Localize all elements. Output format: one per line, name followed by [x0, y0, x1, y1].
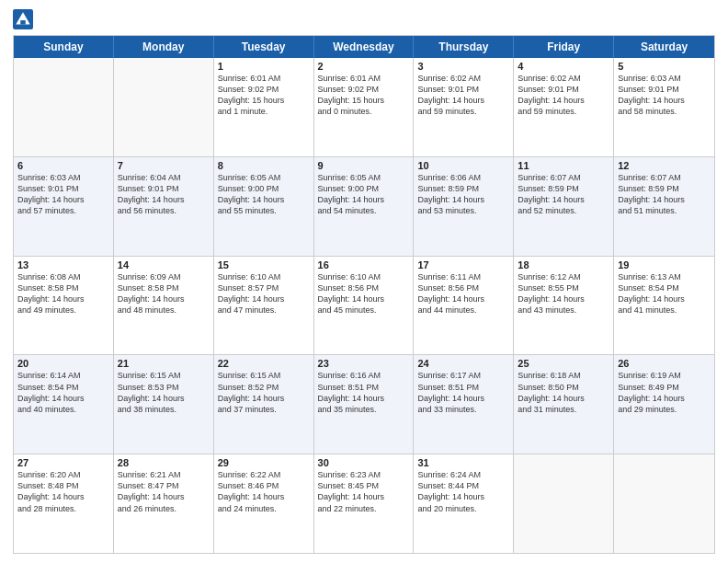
day-number: 18: [518, 259, 609, 270]
cell-info: Sunrise: 6:16 AM Sunset: 8:51 PM Dayligh…: [318, 371, 385, 413]
cell-info: Sunrise: 6:21 AM Sunset: 8:47 PM Dayligh…: [118, 470, 185, 512]
header-day-tuesday: Tuesday: [214, 36, 314, 58]
day-number: 28: [118, 457, 210, 468]
day-number: 16: [318, 259, 410, 270]
header-day-thursday: Thursday: [414, 36, 514, 58]
cell-info: Sunrise: 6:02 AM Sunset: 9:01 PM Dayligh…: [518, 74, 585, 116]
cell-info: Sunrise: 6:15 AM Sunset: 8:53 PM Dayligh…: [118, 371, 185, 413]
cell-info: Sunrise: 6:12 AM Sunset: 8:55 PM Dayligh…: [518, 272, 585, 315]
cell-info: Sunrise: 6:09 AM Sunset: 8:58 PM Dayligh…: [118, 272, 185, 315]
header-day-wednesday: Wednesday: [314, 36, 415, 58]
day-number: 11: [518, 160, 609, 171]
calendar-cell: 20Sunrise: 6:14 AM Sunset: 8:54 PM Dayli…: [14, 355, 114, 454]
calendar-cell: 2Sunrise: 6:01 AM Sunset: 9:02 PM Daylig…: [314, 58, 415, 156]
day-number: 12: [618, 160, 711, 171]
day-number: 26: [618, 358, 711, 369]
calendar-cell: 11Sunrise: 6:07 AM Sunset: 8:59 PM Dayli…: [514, 157, 614, 256]
calendar-cell: 22Sunrise: 6:15 AM Sunset: 8:52 PM Dayli…: [214, 355, 314, 454]
day-number: 10: [417, 160, 509, 171]
cell-info: Sunrise: 6:10 AM Sunset: 8:57 PM Dayligh…: [218, 272, 285, 315]
day-number: 23: [318, 358, 410, 369]
calendar-row: 6Sunrise: 6:03 AM Sunset: 9:01 PM Daylig…: [14, 157, 714, 257]
cell-info: Sunrise: 6:07 AM Sunset: 8:59 PM Dayligh…: [618, 173, 685, 215]
calendar-cell: 29Sunrise: 6:22 AM Sunset: 8:46 PM Dayli…: [214, 454, 314, 553]
day-number: 27: [17, 457, 109, 468]
day-number: 31: [417, 457, 509, 468]
cell-info: Sunrise: 6:05 AM Sunset: 9:00 PM Dayligh…: [218, 173, 285, 215]
day-number: 21: [118, 358, 210, 369]
calendar-cell: [114, 58, 214, 156]
calendar-cell: 10Sunrise: 6:06 AM Sunset: 8:59 PM Dayli…: [414, 157, 514, 256]
day-number: 30: [318, 457, 410, 468]
cell-info: Sunrise: 6:18 AM Sunset: 8:50 PM Dayligh…: [518, 371, 585, 413]
calendar-cell: 19Sunrise: 6:13 AM Sunset: 8:54 PM Dayli…: [614, 257, 714, 355]
day-number: 4: [518, 61, 609, 72]
day-number: 8: [218, 160, 310, 171]
header-day-monday: Monday: [114, 36, 214, 58]
generalblue-icon: [13, 9, 33, 29]
calendar-cell: 30Sunrise: 6:23 AM Sunset: 8:45 PM Dayli…: [314, 454, 415, 553]
cell-info: Sunrise: 6:03 AM Sunset: 9:01 PM Dayligh…: [17, 173, 85, 215]
calendar-cell: 6Sunrise: 6:03 AM Sunset: 9:01 PM Daylig…: [14, 157, 114, 256]
calendar-cell: 24Sunrise: 6:17 AM Sunset: 8:51 PM Dayli…: [414, 355, 514, 454]
day-number: 14: [118, 259, 210, 270]
calendar-cell: 1Sunrise: 6:01 AM Sunset: 9:02 PM Daylig…: [214, 58, 314, 156]
calendar-cell: 5Sunrise: 6:03 AM Sunset: 9:01 PM Daylig…: [614, 58, 714, 156]
calendar-cell: [14, 58, 114, 156]
cell-info: Sunrise: 6:13 AM Sunset: 8:54 PM Dayligh…: [618, 272, 685, 315]
day-number: 5: [618, 61, 711, 72]
calendar-cell: [514, 454, 614, 553]
day-number: 13: [17, 259, 109, 270]
cell-info: Sunrise: 6:03 AM Sunset: 9:01 PM Dayligh…: [618, 74, 685, 116]
day-number: 24: [417, 358, 509, 369]
calendar-cell: 17Sunrise: 6:11 AM Sunset: 8:56 PM Dayli…: [414, 257, 514, 355]
calendar-cell: 3Sunrise: 6:02 AM Sunset: 9:01 PM Daylig…: [414, 58, 514, 156]
day-number: 6: [17, 160, 109, 171]
cell-info: Sunrise: 6:20 AM Sunset: 8:48 PM Dayligh…: [17, 470, 85, 512]
cell-info: Sunrise: 6:05 AM Sunset: 9:00 PM Dayligh…: [318, 173, 385, 215]
header: [13, 9, 715, 29]
cell-info: Sunrise: 6:19 AM Sunset: 8:49 PM Dayligh…: [618, 371, 685, 413]
day-number: 9: [318, 160, 410, 171]
day-number: 15: [218, 259, 310, 270]
cell-info: Sunrise: 6:15 AM Sunset: 8:52 PM Dayligh…: [218, 371, 285, 413]
cell-info: Sunrise: 6:22 AM Sunset: 8:46 PM Dayligh…: [218, 470, 285, 512]
calendar-cell: 31Sunrise: 6:24 AM Sunset: 8:44 PM Dayli…: [414, 454, 514, 553]
calendar-cell: 7Sunrise: 6:04 AM Sunset: 9:01 PM Daylig…: [114, 157, 214, 256]
calendar-cell: 25Sunrise: 6:18 AM Sunset: 8:50 PM Dayli…: [514, 355, 614, 454]
cell-info: Sunrise: 6:07 AM Sunset: 8:59 PM Dayligh…: [518, 173, 585, 215]
calendar-cell: 18Sunrise: 6:12 AM Sunset: 8:55 PM Dayli…: [514, 257, 614, 355]
cell-info: Sunrise: 6:10 AM Sunset: 8:56 PM Dayligh…: [318, 272, 385, 315]
calendar-cell: 12Sunrise: 6:07 AM Sunset: 8:59 PM Dayli…: [614, 157, 714, 256]
day-number: 25: [518, 358, 609, 369]
calendar: SundayMondayTuesdayWednesdayThursdayFrid…: [13, 35, 715, 554]
cell-info: Sunrise: 6:06 AM Sunset: 8:59 PM Dayligh…: [417, 173, 484, 215]
cell-info: Sunrise: 6:14 AM Sunset: 8:54 PM Dayligh…: [17, 371, 85, 413]
calendar-cell: 16Sunrise: 6:10 AM Sunset: 8:56 PM Dayli…: [314, 257, 415, 355]
cell-info: Sunrise: 6:04 AM Sunset: 9:01 PM Dayligh…: [118, 173, 185, 215]
calendar-cell: 28Sunrise: 6:21 AM Sunset: 8:47 PM Dayli…: [114, 454, 214, 553]
calendar-cell: 23Sunrise: 6:16 AM Sunset: 8:51 PM Dayli…: [314, 355, 415, 454]
day-number: 29: [218, 457, 310, 468]
header-day-friday: Friday: [514, 36, 614, 58]
calendar-cell: 9Sunrise: 6:05 AM Sunset: 9:00 PM Daylig…: [314, 157, 415, 256]
calendar-cell: 4Sunrise: 6:02 AM Sunset: 9:01 PM Daylig…: [514, 58, 614, 156]
day-number: 7: [118, 160, 210, 171]
cell-info: Sunrise: 6:08 AM Sunset: 8:58 PM Dayligh…: [17, 272, 85, 315]
calendar-row: 1Sunrise: 6:01 AM Sunset: 9:02 PM Daylig…: [14, 58, 714, 157]
cell-info: Sunrise: 6:24 AM Sunset: 8:44 PM Dayligh…: [417, 470, 484, 512]
calendar-cell: 8Sunrise: 6:05 AM Sunset: 9:00 PM Daylig…: [214, 157, 314, 256]
day-number: 17: [417, 259, 509, 270]
day-number: 1: [218, 61, 310, 72]
day-number: 19: [618, 259, 711, 270]
calendar-cell: [614, 454, 714, 553]
calendar-cell: 27Sunrise: 6:20 AM Sunset: 8:48 PM Dayli…: [14, 454, 114, 553]
calendar-cell: 14Sunrise: 6:09 AM Sunset: 8:58 PM Dayli…: [114, 257, 214, 355]
cell-info: Sunrise: 6:01 AM Sunset: 9:02 PM Dayligh…: [218, 74, 285, 116]
cell-info: Sunrise: 6:11 AM Sunset: 8:56 PM Dayligh…: [417, 272, 484, 315]
calendar-cell: 21Sunrise: 6:15 AM Sunset: 8:53 PM Dayli…: [114, 355, 214, 454]
header-day-sunday: Sunday: [14, 36, 114, 58]
day-number: 20: [17, 358, 109, 369]
day-number: 3: [417, 61, 509, 72]
calendar-cell: 13Sunrise: 6:08 AM Sunset: 8:58 PM Dayli…: [14, 257, 114, 355]
